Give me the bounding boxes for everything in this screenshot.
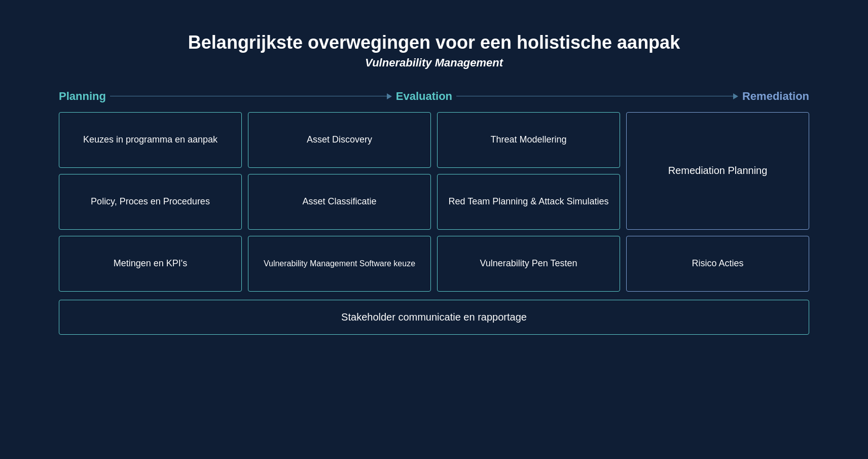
evaluation-to-remediation-arrow [456, 93, 738, 99]
card-eval-2: Asset Classificatie [248, 174, 431, 230]
card-planning-2: Policy, Proces en Procedures [59, 174, 242, 230]
slide: Belangrijkste overwegingen voor een holi… [28, 12, 840, 448]
card-planning-1: Keuzes in programma en aanpak [59, 112, 242, 168]
phase-row: Planning Evaluation Remediation [59, 90, 809, 103]
bottom-card: Stakeholder communicatie en rapportage [59, 300, 809, 335]
phase-evaluation-label: Evaluation [396, 90, 452, 103]
main-title: Belangrijkste overwegingen voor een holi… [188, 32, 680, 53]
card-eval-pentest: Vulnerability Pen Testen [437, 236, 620, 292]
card-eval-threat: Threat Modellering [437, 112, 620, 168]
card-risico-acties: Risico Acties [626, 236, 809, 292]
planning-to-evaluation-arrow [110, 93, 392, 99]
card-planning-3: Metingen en KPI's [59, 236, 242, 292]
sub-title: Vulnerability Management [365, 56, 503, 69]
card-remediation-planning: Remediation Planning [626, 112, 809, 230]
card-eval-1: Asset Discovery [248, 112, 431, 168]
phase-planning-label: Planning [59, 90, 106, 103]
card-eval-3: Vulnerability Management Software keuze [248, 236, 431, 292]
card-eval-redteam: Red Team Planning & Attack Simulaties [437, 174, 620, 230]
phase-remediation-label: Remediation [742, 90, 809, 103]
